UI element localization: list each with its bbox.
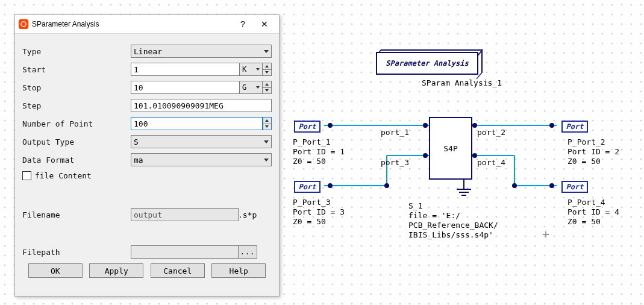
filepath-input[interactable] [131, 245, 239, 259]
svg-point-16 [384, 183, 389, 188]
start-input[interactable] [131, 63, 240, 76]
s4p-name: S_1 [408, 201, 422, 210]
stop-unit-select[interactable]: G [240, 81, 263, 94]
output-type-label: Output Type [22, 137, 131, 146]
svg-point-15 [549, 183, 554, 188]
svg-point-12 [423, 153, 428, 158]
app-icon [19, 19, 28, 29]
type-label: Type [22, 47, 131, 56]
s4p-label: S4P [443, 144, 457, 153]
filename-input[interactable] [131, 208, 239, 221]
chevron-down-icon [264, 50, 269, 53]
filename-suffix: .s*p [238, 210, 257, 219]
port3-name: P_Port_3 [293, 198, 331, 207]
port3-id: Port ID = 3 [293, 207, 345, 216]
apply-button[interactable]: Apply [89, 263, 143, 278]
port1-id: Port ID = 1 [293, 147, 345, 156]
start-unit-select[interactable]: K [240, 63, 263, 76]
s4p-file: file = 'E:/ PCB_Reference_BACK/ IBIS_Lib… [408, 211, 498, 240]
npoints-spinner[interactable] [263, 117, 272, 130]
svg-point-22 [21, 22, 26, 27]
title-bar[interactable]: SParameter Analysis ? ✕ [15, 15, 279, 34]
chevron-down-icon [264, 140, 269, 143]
svg-point-10 [423, 123, 428, 128]
port2-z0: Z0 = 50 [567, 157, 601, 166]
port1-z0: Z0 = 50 [293, 157, 326, 166]
svg-point-9 [549, 123, 554, 128]
help-icon[interactable]: ? [232, 19, 254, 29]
checkbox-icon [22, 171, 31, 180]
output-type-select[interactable]: S [131, 135, 272, 148]
port-2-symbol[interactable]: Port [561, 121, 588, 133]
svg-point-17 [512, 183, 517, 188]
window-title: SParameter Analysis [32, 20, 232, 28]
data-format-label: Data Format [22, 156, 131, 165]
browse-button[interactable]: ... [238, 245, 257, 259]
step-label: Step [22, 101, 131, 110]
data-format-select[interactable]: ma [131, 153, 272, 166]
net-port-4: port_4 [477, 158, 505, 167]
net-port-1: port_1 [381, 128, 409, 137]
port4-z0: Z0 = 50 [567, 217, 601, 226]
chevron-down-icon [264, 159, 269, 162]
file-content-checkbox[interactable]: file Content [22, 171, 272, 180]
svg-point-11 [472, 123, 477, 128]
s4p-block[interactable]: S4P [429, 117, 472, 180]
stop-label: Stop [22, 83, 131, 92]
npoints-input[interactable] [131, 117, 263, 130]
start-spinner[interactable] [263, 63, 272, 76]
port3-z0: Z0 = 50 [293, 217, 326, 226]
chevron-down-icon [256, 86, 260, 89]
port2-name: P_Port_2 [567, 137, 605, 146]
port-3-symbol[interactable]: Port [294, 181, 320, 193]
port4-name: P_Port_4 [567, 198, 605, 207]
file-content-label: file Content [35, 171, 92, 180]
type-select[interactable]: Linear [131, 45, 272, 58]
net-port-2: port_2 [477, 128, 505, 137]
help-button[interactable]: Help [211, 263, 266, 278]
net-port-3: port_3 [381, 158, 409, 167]
port-1-symbol[interactable]: Port [294, 121, 320, 133]
svg-point-8 [328, 123, 333, 128]
filename-label: Filename [22, 210, 131, 219]
step-input[interactable] [131, 99, 272, 112]
port4-id: Port ID = 4 [567, 207, 619, 216]
ok-button[interactable]: OK [28, 263, 83, 278]
port1-name: P_Port_1 [293, 137, 331, 146]
npoints-label: Number of Point [22, 119, 131, 128]
stop-spinner[interactable] [263, 81, 272, 94]
stop-input[interactable] [131, 81, 240, 94]
port2-id: Port ID = 2 [567, 147, 619, 156]
close-icon[interactable]: ✕ [254, 19, 275, 29]
start-label: Start [22, 65, 131, 74]
cancel-button[interactable]: Cancel [151, 263, 205, 278]
cursor-crosshair: + [542, 227, 549, 241]
chevron-down-icon [256, 68, 260, 71]
svg-point-13 [472, 153, 477, 158]
port-4-symbol[interactable]: Port [561, 181, 588, 193]
sparameter-dialog: SParameter Analysis ? ✕ Type Linear Star… [14, 14, 280, 297]
svg-point-14 [328, 183, 333, 188]
filepath-label: Filepath [22, 248, 131, 257]
